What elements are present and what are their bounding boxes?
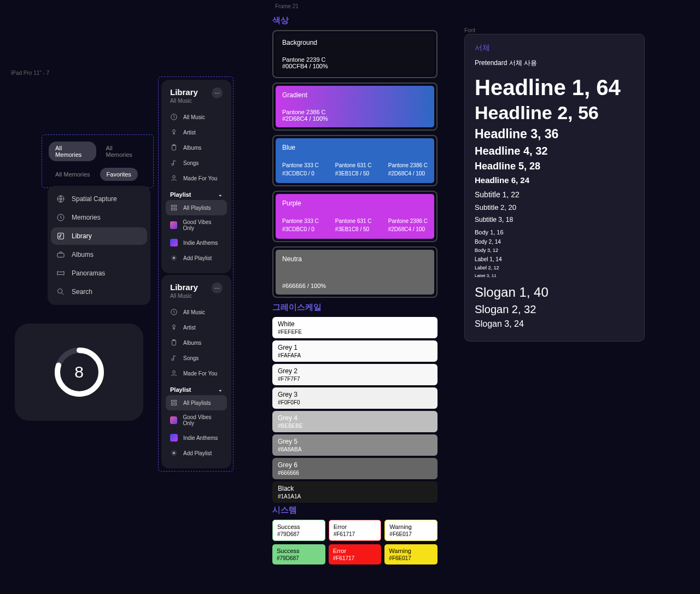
grayscale-swatch: Grey 2#F7F7F7 [272,364,438,385]
library-panel-group: Library All Music ⋯ All Music Artist Alb… [158,77,234,472]
lib-artist[interactable]: Artist [166,320,227,335]
lib-label: Artist [183,130,196,136]
swatch-name: Purple [282,199,428,207]
playlist-thumb-icon [170,239,178,246]
clipboard-icon [170,339,178,346]
lib-playlist-good-vibes[interactable]: Good Vibes Only [166,410,227,430]
lib-label: Made For You [183,175,217,181]
grid-icon [170,204,178,211]
nav-label: Search [72,288,92,296]
system-success-fill: Success#79D687 [272,544,325,564]
chip-favorites[interactable]: Favorites [100,168,138,181]
lib-add-playlist[interactable]: Add Playlist [166,250,227,266]
lib-playlist-good-vibes[interactable]: Good Vibes Only [166,215,227,235]
lib-albums[interactable]: Albums [166,140,227,155]
mic-icon [170,324,178,331]
panorama-icon [56,269,65,278]
lib-label: Good Vibes Only [183,219,223,231]
swatch-name: Background [282,39,428,46]
grayscale-swatch: White#FEFEFE [272,317,438,338]
lib-all-music[interactable]: All Music [166,109,227,125]
chip-all-memories-2[interactable]: All Memories [49,168,97,181]
swatch-pantone: Pantone 2386 C [282,109,428,115]
swatch-pantone: Pantone 2239 C [282,56,428,63]
plus-icon [170,254,178,262]
swatch-col: #2D68C4 / 100 [388,169,428,178]
lib-all-playlists[interactable]: All Playlists [166,200,227,215]
swatch-blue: Blue Pantone 333 C#3CDBC0 / 0 Pantone 63… [272,135,438,186]
chip-all-memories-active[interactable]: All Memories [49,142,96,161]
library-title: Library [170,87,198,97]
lib-label: Songs [183,160,199,166]
library-panel-2: Library All Music ⋯ All Music Artist Alb… [161,275,231,468]
chip-all-memories-inactive[interactable]: All Memories [100,142,147,161]
system-success-outline: Success#79D687 [272,520,325,541]
lib-songs[interactable]: Songs [166,155,227,170]
playlist-section-header[interactable]: Playlist⌄ [166,381,227,395]
more-button[interactable]: ⋯ [212,283,223,293]
grayscale-swatch: Grey 6#666666 [272,458,438,479]
grayscale-code: #1A1A1A [278,493,432,499]
color-section: 색상 Background Pantone 2239 C #00CFB4 / 1… [272,15,438,568]
grayscale-code: #BEBEBE [278,423,432,429]
swatch-col: #3EB1C8 / 50 [335,169,372,178]
lib-all-music[interactable]: All Music [166,304,227,320]
nav-panoramas[interactable]: Panoramas [51,264,147,282]
swatch-col: #3CDBC0 / 0 [282,169,319,178]
more-button[interactable]: ⋯ [212,87,223,98]
system-error-outline: Error#F61717 [329,520,382,541]
lib-playlist-indie[interactable]: Indie Anthems [166,430,227,445]
plus-icon [170,449,178,457]
lib-add-playlist[interactable]: Add Playlist [166,445,227,461]
lib-all-playlists[interactable]: All Playlists [166,395,227,410]
playlist-thumb-icon [170,434,178,442]
swatch-name: Neutra [282,255,428,263]
nav-label: Library [72,232,92,240]
swatch-code: #666666 / 100% [282,283,428,289]
nav-label: Panoramas [72,269,105,277]
grayscale-name: Grey 1 [278,344,432,351]
grayscale-name: Grey 6 [278,461,432,469]
lib-playlist-indie[interactable]: Indie Anthems [166,235,227,250]
lib-made-for-you[interactable]: Made For You [166,170,227,186]
chevron-down-icon: ⌄ [218,192,223,197]
swatch-gradient: Gradient Pantone 2386 C #2D68C4 / 100% [272,83,438,131]
frame-label-font: Font [464,27,475,33]
lib-label: Albums [183,145,201,151]
note-icon [170,354,178,362]
library-icon [56,232,65,240]
progress-value: 8 [74,363,84,381]
section-title-system: 시스템 [272,505,438,515]
swatch-col: Pantone 333 C [282,217,319,225]
grayscale-swatch: Grey 4#BEBEBE [272,411,438,432]
lib-label: All Music [183,309,205,315]
lib-albums[interactable]: Albums [166,335,227,350]
section-title-colors: 색상 [272,15,438,26]
svg-rect-11 [171,205,173,207]
svg-point-19 [172,358,174,361]
swatch-col: Pantone 2386 C [388,217,428,225]
grayscale-code: #F0F0F0 [278,399,432,405]
clock-icon [170,113,178,121]
chevron-down-icon: ⌄ [218,387,223,392]
svg-rect-21 [171,400,173,402]
playlist-section-header[interactable]: Playlist⌄ [166,186,227,200]
clipboard-icon [170,144,178,151]
library-title: Library [170,283,198,292]
swatch-col: Pantone 631 C [335,161,372,169]
nav-albums[interactable]: Albums [51,246,147,263]
nav-memories[interactable]: Memories [51,209,147,226]
font-sample-slogan2: Slogan 2, 32 [475,303,634,316]
grayscale-code: #8A8ABA [278,446,432,452]
grayscale-code: #F7F7F7 [278,376,432,382]
lib-label: Indie Anthems [183,435,218,441]
font-panel-title: 서체 [475,43,634,53]
nav-spatial-capture[interactable]: Spatial Capture [51,190,147,208]
nav-library[interactable]: Library [51,227,147,245]
library-panel-1: Library All Music ⋯ All Music Artist Alb… [161,80,231,273]
lib-artist[interactable]: Artist [166,125,227,140]
lib-made-for-you[interactable]: Made For You [166,366,227,381]
lib-songs[interactable]: Songs [166,350,227,366]
nav-search[interactable]: Search [51,283,147,301]
font-sample-body3: Body 3, 12 [475,248,634,253]
